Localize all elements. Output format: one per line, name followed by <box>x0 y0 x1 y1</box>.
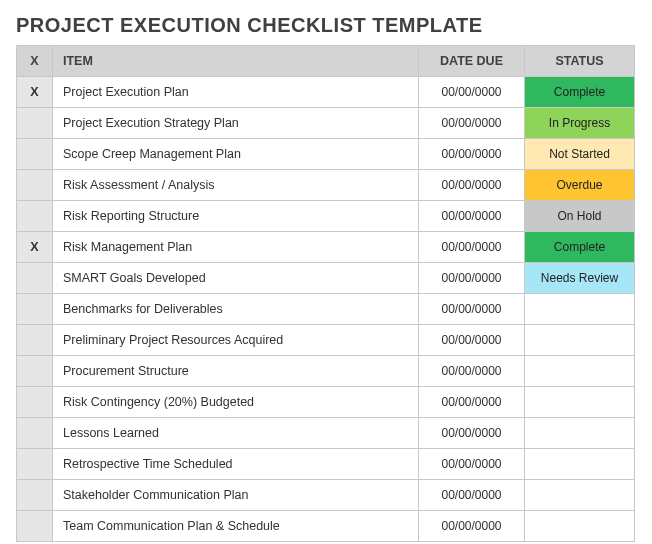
status-cell[interactable]: Needs Review <box>525 263 635 294</box>
col-header-item: ITEM <box>53 46 419 77</box>
col-header-status: STATUS <box>525 46 635 77</box>
item-cell[interactable]: Risk Assessment / Analysis <box>53 170 419 201</box>
status-cell[interactable]: In Progress <box>525 108 635 139</box>
checkbox-cell[interactable] <box>17 387 53 418</box>
status-cell[interactable] <box>525 511 635 542</box>
table-row: Scope Creep Management Plan00/00/0000Not… <box>17 139 635 170</box>
item-cell[interactable]: Procurement Structure <box>53 356 419 387</box>
item-cell[interactable]: Retrospective Time Scheduled <box>53 449 419 480</box>
status-cell[interactable] <box>525 356 635 387</box>
item-cell[interactable]: Project Execution Strategy Plan <box>53 108 419 139</box>
checkbox-cell[interactable] <box>17 511 53 542</box>
item-cell[interactable]: Risk Reporting Structure <box>53 201 419 232</box>
date-due-cell[interactable]: 00/00/0000 <box>419 356 525 387</box>
status-cell[interactable]: On Hold <box>525 201 635 232</box>
checkbox-cell[interactable] <box>17 108 53 139</box>
table-row: Retrospective Time Scheduled00/00/0000 <box>17 449 635 480</box>
table-row: Project Execution Strategy Plan00/00/000… <box>17 108 635 139</box>
checkbox-cell[interactable] <box>17 449 53 480</box>
table-row: XRisk Management Plan00/00/0000Complete <box>17 232 635 263</box>
table-row: SMART Goals Developed00/00/0000Needs Rev… <box>17 263 635 294</box>
date-due-cell[interactable]: 00/00/0000 <box>419 294 525 325</box>
table-row: XProject Execution Plan00/00/0000Complet… <box>17 77 635 108</box>
checkbox-cell[interactable] <box>17 294 53 325</box>
table-row: Risk Assessment / Analysis00/00/0000Over… <box>17 170 635 201</box>
table-row: Lessons Learned00/00/0000 <box>17 418 635 449</box>
date-due-cell[interactable]: 00/00/0000 <box>419 139 525 170</box>
table-row: Preliminary Project Resources Acquired00… <box>17 325 635 356</box>
date-due-cell[interactable]: 00/00/0000 <box>419 77 525 108</box>
col-header-date: DATE DUE <box>419 46 525 77</box>
item-cell[interactable]: Risk Contingency (20%) Budgeted <box>53 387 419 418</box>
checkbox-cell[interactable] <box>17 480 53 511</box>
item-cell[interactable]: Preliminary Project Resources Acquired <box>53 325 419 356</box>
checkbox-cell[interactable]: X <box>17 232 53 263</box>
status-cell[interactable] <box>525 325 635 356</box>
table-row: Risk Contingency (20%) Budgeted00/00/000… <box>17 387 635 418</box>
col-header-x: X <box>17 46 53 77</box>
item-cell[interactable]: Stakeholder Communication Plan <box>53 480 419 511</box>
status-cell[interactable]: Not Started <box>525 139 635 170</box>
table-row: Team Communication Plan & Schedule00/00/… <box>17 511 635 542</box>
date-due-cell[interactable]: 00/00/0000 <box>419 449 525 480</box>
status-cell[interactable] <box>525 387 635 418</box>
status-cell[interactable]: Complete <box>525 232 635 263</box>
checkbox-cell[interactable] <box>17 325 53 356</box>
date-due-cell[interactable]: 00/00/0000 <box>419 263 525 294</box>
date-due-cell[interactable]: 00/00/0000 <box>419 201 525 232</box>
item-cell[interactable]: SMART Goals Developed <box>53 263 419 294</box>
item-cell[interactable]: Project Execution Plan <box>53 77 419 108</box>
date-due-cell[interactable]: 00/00/0000 <box>419 325 525 356</box>
checkbox-cell[interactable] <box>17 356 53 387</box>
page-title: PROJECT EXECUTION CHECKLIST TEMPLATE <box>16 14 636 37</box>
table-row: Stakeholder Communication Plan00/00/0000 <box>17 480 635 511</box>
date-due-cell[interactable]: 00/00/0000 <box>419 232 525 263</box>
date-due-cell[interactable]: 00/00/0000 <box>419 418 525 449</box>
table-row: Risk Reporting Structure00/00/0000On Hol… <box>17 201 635 232</box>
checkbox-cell[interactable] <box>17 418 53 449</box>
date-due-cell[interactable]: 00/00/0000 <box>419 108 525 139</box>
item-cell[interactable]: Team Communication Plan & Schedule <box>53 511 419 542</box>
item-cell[interactable]: Benchmarks for Deliverables <box>53 294 419 325</box>
checklist-table: X ITEM DATE DUE STATUS XProject Executio… <box>16 45 635 542</box>
item-cell[interactable]: Lessons Learned <box>53 418 419 449</box>
status-cell[interactable]: Overdue <box>525 170 635 201</box>
status-cell[interactable] <box>525 418 635 449</box>
table-row: Procurement Structure00/00/0000 <box>17 356 635 387</box>
date-due-cell[interactable]: 00/00/0000 <box>419 387 525 418</box>
checkbox-cell[interactable]: X <box>17 77 53 108</box>
status-cell[interactable] <box>525 480 635 511</box>
item-cell[interactable]: Risk Management Plan <box>53 232 419 263</box>
table-row: Benchmarks for Deliverables00/00/0000 <box>17 294 635 325</box>
status-cell[interactable] <box>525 294 635 325</box>
checkbox-cell[interactable] <box>17 139 53 170</box>
checkbox-cell[interactable] <box>17 201 53 232</box>
date-due-cell[interactable]: 00/00/0000 <box>419 170 525 201</box>
date-due-cell[interactable]: 00/00/0000 <box>419 480 525 511</box>
header-row: X ITEM DATE DUE STATUS <box>17 46 635 77</box>
checkbox-cell[interactable] <box>17 263 53 294</box>
item-cell[interactable]: Scope Creep Management Plan <box>53 139 419 170</box>
checkbox-cell[interactable] <box>17 170 53 201</box>
status-cell[interactable] <box>525 449 635 480</box>
date-due-cell[interactable]: 00/00/0000 <box>419 511 525 542</box>
status-cell[interactable]: Complete <box>525 77 635 108</box>
